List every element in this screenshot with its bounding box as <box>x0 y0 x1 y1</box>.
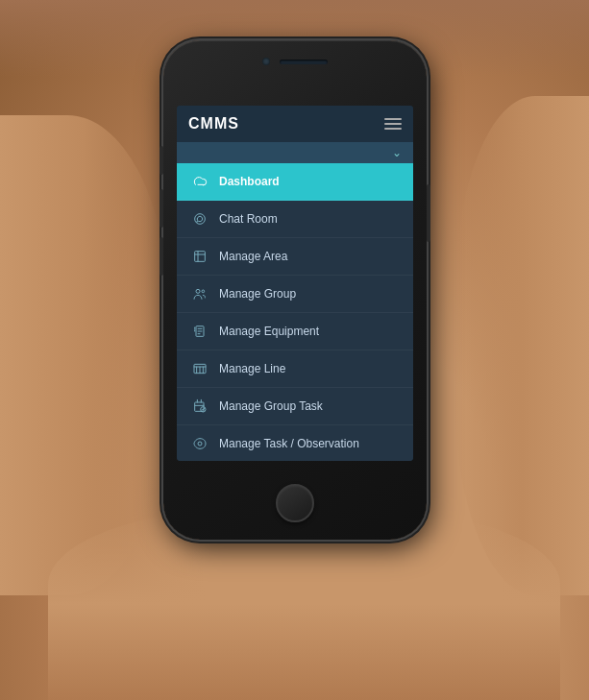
menu-item-manage-group-task[interactable]: Manage Group Task <box>177 388 413 425</box>
dropdown-arrow-icon: ⌄ <box>392 146 402 159</box>
menu-item-manage-task-observation[interactable]: Manage Task / Observation <box>177 425 413 461</box>
svg-point-2 <box>196 289 200 293</box>
app-screen: CMMS ⌄ DashboardChat RoomManage AreaMana… <box>177 106 413 461</box>
menu-item-chat-room[interactable]: Chat Room <box>177 201 413 238</box>
menu-item-label-chat-room: Chat Room <box>219 212 278 226</box>
manage-group-icon <box>190 284 209 303</box>
phone-screen: CMMS ⌄ DashboardChat RoomManage AreaMana… <box>177 106 413 461</box>
svg-point-8 <box>198 442 202 446</box>
side-button-power <box>427 184 430 242</box>
menu-item-label-manage-group-task: Manage Group Task <box>219 399 323 413</box>
phone-top-area <box>262 58 328 65</box>
app-title: CMMS <box>188 115 239 133</box>
menu-item-label-manage-line: Manage Line <box>219 362 285 375</box>
hamburger-line-1 <box>384 118 402 120</box>
side-button-vol-up <box>160 189 163 228</box>
menu-item-label-manage-equipment: Manage Equipment <box>219 325 319 338</box>
svg-point-0 <box>195 214 206 225</box>
menu-item-label-dashboard: Dashboard <box>219 175 280 188</box>
menu-item-label-manage-area: Manage Area <box>219 250 287 263</box>
svg-rect-1 <box>195 252 206 262</box>
menu-list: DashboardChat RoomManage AreaManage Grou… <box>177 163 413 461</box>
hamburger-line-2 <box>384 123 402 125</box>
earpiece-speaker <box>280 60 328 64</box>
menu-item-label-manage-task-observation: Manage Task / Observation <box>219 437 359 450</box>
side-button-vol-down <box>160 237 163 276</box>
manage-area-icon <box>190 247 209 266</box>
dashboard-icon <box>190 172 209 191</box>
chat-room-icon <box>190 209 209 229</box>
hamburger-button[interactable] <box>384 118 402 130</box>
menu-item-manage-area[interactable]: Manage Area <box>177 238 413 276</box>
dropdown-bar[interactable]: ⌄ <box>177 142 413 163</box>
home-button[interactable] <box>276 484 314 522</box>
manage-group-task-icon <box>190 397 209 416</box>
manage-line-icon <box>190 359 209 378</box>
side-button-mute <box>160 146 163 175</box>
menu-item-dashboard[interactable]: Dashboard <box>177 163 413 201</box>
menu-item-label-manage-group: Manage Group <box>219 287 296 301</box>
menu-item-manage-line[interactable]: Manage Line <box>177 350 413 388</box>
scene: CMMS ⌄ DashboardChat RoomManage AreaMana… <box>0 0 589 700</box>
front-camera <box>262 58 270 65</box>
svg-point-3 <box>202 290 205 293</box>
manage-equipment-icon <box>190 322 209 341</box>
app-topbar: CMMS <box>177 106 413 142</box>
manage-task-observation-icon <box>190 434 209 453</box>
menu-item-manage-equipment[interactable]: Manage Equipment <box>177 313 413 350</box>
hamburger-line-3 <box>384 128 402 130</box>
phone: CMMS ⌄ DashboardChat RoomManage AreaMana… <box>163 40 427 540</box>
menu-item-manage-group[interactable]: Manage Group <box>177 276 413 313</box>
hand-right <box>454 96 589 595</box>
